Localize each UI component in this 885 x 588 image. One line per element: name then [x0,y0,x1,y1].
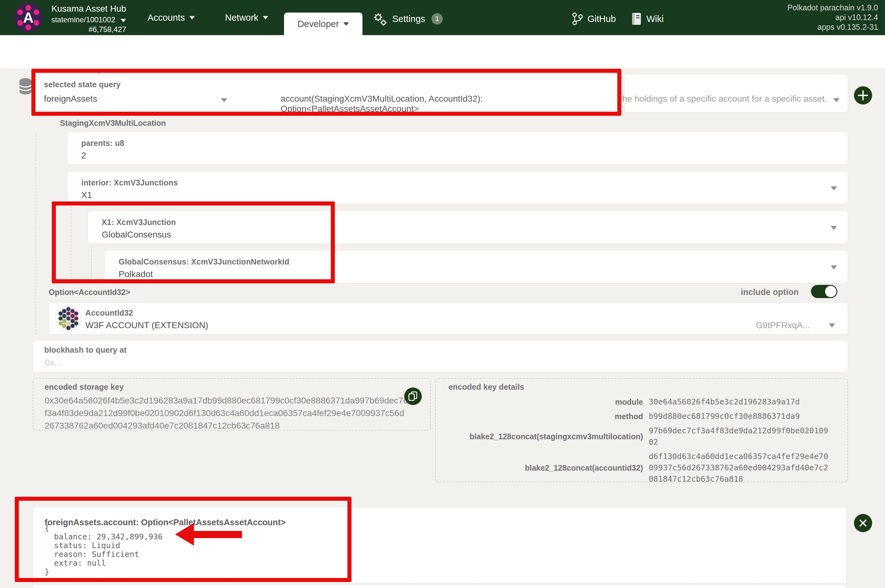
param-x1-label: X1: XcmV3Junction [102,218,176,227]
param-global-consensus: GlobalConsensus: XcmV3JunctionNetworkId … [105,250,848,284]
chevron-down-icon[interactable] [831,226,837,230]
chevron-down-icon [344,22,349,26]
method-docs-dropdown[interactable]: The holdings of a specific account for a… [624,74,848,112]
plus-icon [854,86,872,105]
chain-id-selector[interactable]: statemine/1001002 [37,15,126,24]
chain-id: statemine/1001002 [51,15,115,24]
detail-row-value: 97b69dec7cf3a4f83de9da212d99f0be02010902 [649,425,831,448]
block-number: #6,758,427 [37,25,126,34]
copy-icon [407,390,419,403]
chevron-down-icon[interactable] [831,266,837,270]
param-parents-value[interactable]: 2 [81,151,86,160]
param-global-consensus-value[interactable]: Polkadot [118,269,153,279]
nav-network[interactable]: Network [225,12,268,23]
param-interior-value[interactable]: X1 [81,190,92,200]
encoded-key-details-rows: module 30e64a56026f4b5e3c2d196283a9a17d … [436,396,834,485]
account-address-short: G9tPFRxqA... [756,320,810,330]
nesting-guide [36,132,36,334]
add-query-button[interactable] [854,86,872,105]
detail-row-value: b99d880ec681799c0cf30e8886371da9 [649,411,831,422]
result-json: { balance: 29,342,899,936 status: Liquid… [45,524,163,576]
database-icon [18,78,33,95]
method-select[interactable]: account(StagingXcmV3MultiLocation, Accou… [280,94,618,114]
option-group-label: Option<AccountId32> [49,288,130,297]
param-parents: parents: u8 2 [67,132,848,165]
nav-settings-label: Settings [392,14,425,24]
git-branch-icon [572,12,583,26]
chevron-down-icon[interactable] [831,186,837,190]
nav-accounts[interactable]: Accounts [147,12,195,23]
apps-version: apps v0.135.2-31 [788,22,878,32]
account-name[interactable]: W3F ACCOUNT (EXTENSION) [86,320,208,330]
nav-github[interactable]: GitHub [572,12,616,26]
version-info: Polkadot parachain v1.9.0 api v10.12.4 a… [788,3,878,32]
settings-badge: 1 [432,13,443,24]
pallet-select[interactable]: foreignAssets [44,94,97,104]
account-param-row: AccountId32 W3F ACCOUNT (EXTENSION) G9tP… [49,303,848,334]
blockhash-label: blockhash to query at [44,345,127,354]
param-x1: X1: XcmV3Junction GlobalConsensus [87,210,848,244]
detail-row-label: module [436,398,643,406]
param-global-consensus-label: GlobalConsensus: XcmV3JunctionNetworkId [118,257,290,266]
detail-row-label: blake2_128concat(accountid32) [436,464,643,472]
encoded-key-details-box: encoded key details module 30e64a56026f4… [435,378,848,482]
param-x1-value[interactable]: GlobalConsensus [102,230,171,240]
detail-row-label: blake2_128concat(stagingxcmv3multilocati… [436,432,643,441]
state-query-row: selected state query foreignAssets accou… [32,74,618,112]
include-option-label: include option [716,287,799,297]
gears-icon [373,11,388,26]
nesting-guide [91,246,92,284]
svg-text:A: A [23,9,33,26]
chevron-down-icon [120,19,126,22]
next-result-row-partial [32,584,847,588]
chevron-down-icon[interactable] [833,98,840,102]
page: A Kusama Asset Hub statemine/1001002 #6,… [0,0,885,588]
param-interior-label: interior: XcmV3Junctions [81,178,178,188]
account-type-label: AccountId32 [86,308,133,318]
param-interior: interior: XcmV3Junctions X1 [67,171,848,204]
detail-row-value: 30e64a56026f4b5e3c2d196283a9a17d [649,396,831,408]
encoded-storage-key-box: encoded storage key 0x30e64a56026f4b5e3c… [33,378,430,430]
nav-accounts-label: Accounts [147,12,185,23]
nesting-guide [70,207,71,284]
nav-wiki[interactable]: Wiki [631,12,664,26]
blockhash-input[interactable] [44,357,484,368]
nav-developer-active[interactable]: Developer [284,12,363,35]
nav-github-label: GitHub [588,14,616,24]
encoded-storage-key-label: encoded storage key [45,382,124,392]
chain-name: Kusama Asset Hub [37,4,126,14]
chevron-down-icon[interactable] [829,324,835,328]
query-result-row: foreignAssets.account: Option<PalletAsse… [32,507,847,584]
blockhash-row: blockhash to query at [33,340,848,372]
api-version: api v10.12.4 [788,12,878,22]
nav-network-label: Network [225,12,258,23]
toggle-knob [825,286,836,297]
encoded-key-details-label: encoded key details [448,382,524,392]
nav-developer-label: Developer [297,19,339,29]
app-header: A Kusama Asset Hub statemine/1001002 #6,… [0,0,885,35]
account-identicon [55,305,82,332]
close-result-button[interactable] [854,514,872,532]
param-group-label: StagingXcmV3MultiLocation [60,118,166,128]
detail-row-value: d6f130d63c4a60dd1eca06357ca4fef29e4e7009… [649,451,831,485]
close-icon [854,514,872,532]
encoded-storage-key-value: 0x30e64a56026f4b5e3c2d196283a9a17db99d88… [45,394,409,432]
param-parents-label: parents: u8 [81,139,124,148]
chevron-down-icon [262,16,268,20]
chevron-down-icon [189,16,195,20]
tabs-bar: Chain state Storage Constants Raw storag… [0,35,885,68]
chain-info: Kusama Asset Hub statemine/1001002 #6,75… [37,4,126,34]
include-option-toggle[interactable] [811,285,837,298]
nav-wiki-label: Wiki [646,14,664,24]
chevron-down-icon[interactable] [221,98,227,102]
copy-button[interactable] [404,387,422,405]
runtime-version: Polkadot parachain v1.9.0 [788,3,878,12]
book-icon [631,12,642,26]
nav-settings[interactable]: Settings 1 [373,11,443,26]
method-docs-text: The holdings of a specific account for a… [617,94,827,104]
detail-row-label: method [436,412,643,421]
query-label: selected state query [44,80,120,89]
